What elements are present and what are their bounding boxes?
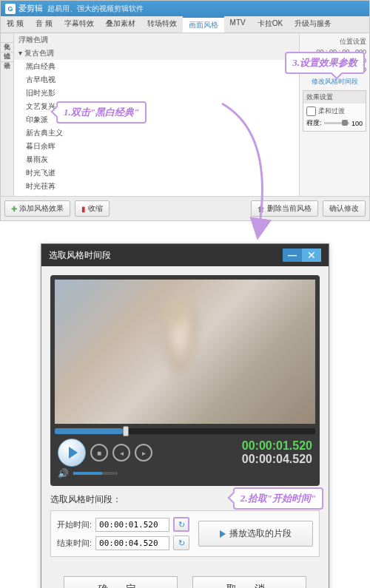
tab-audio[interactable]: 音 频	[30, 16, 58, 33]
prev-frame-button[interactable]: ◂	[112, 444, 130, 462]
stop-button[interactable]: ■	[90, 444, 108, 462]
play-segment-button[interactable]: 播放选取的片段	[198, 521, 313, 547]
dialog-titlebar: 选取风格时间段 — ✕	[41, 244, 329, 266]
time-range-dialog: 选取风格时间段 — ✕ ■ ◂ ▸ 00:00:01.520 00:00:04.…	[41, 243, 329, 588]
undo-button[interactable]: ▮收缩	[75, 200, 110, 217]
app-name: 爱剪辑	[18, 3, 43, 14]
list-item[interactable]: 新古典主义	[14, 126, 299, 140]
clock-pick-icon: ↻	[178, 538, 185, 548]
total-time: 00:00:04.520	[242, 453, 312, 466]
pick-end-button[interactable]: ↻	[173, 535, 189, 550]
tab-mtv[interactable]: MTV	[224, 16, 252, 33]
volume-icon[interactable]: 🔊	[58, 468, 69, 479]
app-logo-icon: G	[5, 4, 16, 14]
effect-settings-box: 效果设置 柔和过渡 程度: 100	[303, 90, 366, 132]
side-tab-scene[interactable]: 动景	[1, 53, 13, 62]
list-group[interactable]: ▾ 复古色调	[14, 47, 299, 60]
progress-bar[interactable]	[55, 428, 315, 434]
delete-button[interactable]: 🗑删除当前风格	[251, 200, 318, 217]
confirm-button[interactable]: 确认修改	[323, 200, 366, 217]
trash-icon: 🗑	[258, 205, 265, 213]
list-item[interactable]: 古早电视	[14, 73, 299, 87]
end-time-label: 结束时间:	[57, 538, 92, 549]
app-subtitle: 超易用、强大的视频剪辑软件	[47, 4, 144, 14]
next-frame-button[interactable]: ▸	[135, 444, 152, 462]
main-window: G 爱剪辑 超易用、强大的视频剪辑软件 视 频 音 频 字幕特效 叠加素材 转场…	[0, 0, 370, 221]
start-time-input[interactable]	[95, 518, 169, 532]
left-tabs: 美化 滤镜 动景	[1, 33, 14, 196]
soft-transition-checkbox[interactable]: 柔和过渡	[306, 107, 363, 116]
body-area: 美化 滤镜 动景 浮雕色调 ▾ 复古色调 黑白经典 古早电视 旧时光影 文艺复兴…	[1, 33, 369, 196]
ok-button[interactable]: 确 定	[64, 576, 178, 588]
collapse-icon: ▮	[81, 205, 86, 213]
add-effect-button[interactable]: ✚添加风格效果	[4, 200, 70, 217]
plus-icon: ✚	[11, 205, 17, 213]
slider-value: 100	[352, 120, 363, 127]
annotation-3: 3.设置效果参数	[285, 52, 365, 74]
list-item[interactable]: 暮日余晖	[14, 140, 299, 153]
list-item[interactable]: 耀光朱	[14, 193, 299, 196]
tab-video[interactable]: 视 频	[1, 16, 30, 33]
degree-slider[interactable]	[324, 122, 349, 124]
menubar: 视 频 音 频 字幕特效 叠加素材 转场特效 画面风格 MTV 卡拉OK 升级与…	[1, 16, 369, 33]
preset-label: 位置设置	[303, 36, 366, 47]
annotation-1: 1.双击"黑白经典"	[56, 101, 147, 124]
tab-karaoke[interactable]: 卡拉OK	[252, 16, 289, 33]
list-group[interactable]: 浮雕色调	[14, 33, 299, 47]
end-time-input[interactable]	[95, 536, 169, 550]
list-item[interactable]: 旧时光影	[14, 87, 299, 100]
tab-style[interactable]: 画面风格	[183, 16, 224, 33]
volume-slider[interactable]	[73, 472, 118, 475]
list-item[interactable]: 暴雨灰	[14, 153, 299, 166]
side-tab-beautify[interactable]: 美化	[1, 33, 13, 43]
list-item[interactable]: 时光荏苒	[14, 180, 299, 193]
tab-upgrade[interactable]: 升级与服务	[289, 16, 337, 33]
segment-area: 选取风格时间段： 开始时间: ↻ 结束时间: ↻ 播放选取的片段 2.拾	[50, 493, 320, 557]
dialog-title: 选取风格时间段	[49, 249, 111, 262]
bottom-bar: ✚添加风格效果 ▮收缩 🗑删除当前风格 确认修改	[1, 196, 369, 220]
video-player: ■ ◂ ▸ 00:00:01.520 00:00:04.520 🔊	[50, 275, 320, 486]
list-item[interactable]: 黑白经典	[14, 60, 299, 73]
video-frame[interactable]	[55, 280, 315, 424]
pick-start-button[interactable]: ↻	[173, 517, 189, 532]
cancel-button[interactable]: 取 消	[192, 576, 306, 588]
play-button[interactable]	[58, 439, 86, 467]
side-tab-filter[interactable]: 滤镜	[1, 43, 13, 53]
start-time-label: 开始时间:	[57, 519, 92, 530]
current-time: 00:00:01.520	[242, 439, 312, 453]
annotation-2: 2.拾取"开始时间"	[233, 487, 323, 510]
titlebar: G 爱剪辑 超易用、强大的视频剪辑软件	[1, 1, 369, 16]
timecode-display: 00:00:01.520 00:00:04.520	[242, 439, 312, 466]
progress-fill	[55, 428, 123, 434]
tab-transition[interactable]: 转场特效	[141, 16, 183, 33]
tab-overlay[interactable]: 叠加素材	[100, 16, 141, 33]
checkbox-icon[interactable]	[306, 107, 316, 116]
clock-pick-icon: ↻	[178, 520, 185, 530]
progress-thumb[interactable]	[123, 426, 129, 436]
tab-subtitle[interactable]: 字幕特效	[58, 16, 100, 33]
slider-label: 程度:	[306, 118, 322, 128]
close-button[interactable]: ✕	[302, 249, 321, 262]
box-title: 效果设置	[303, 91, 366, 104]
minimize-button[interactable]: —	[283, 249, 302, 262]
list-item[interactable]: 时光飞逝	[14, 166, 299, 180]
